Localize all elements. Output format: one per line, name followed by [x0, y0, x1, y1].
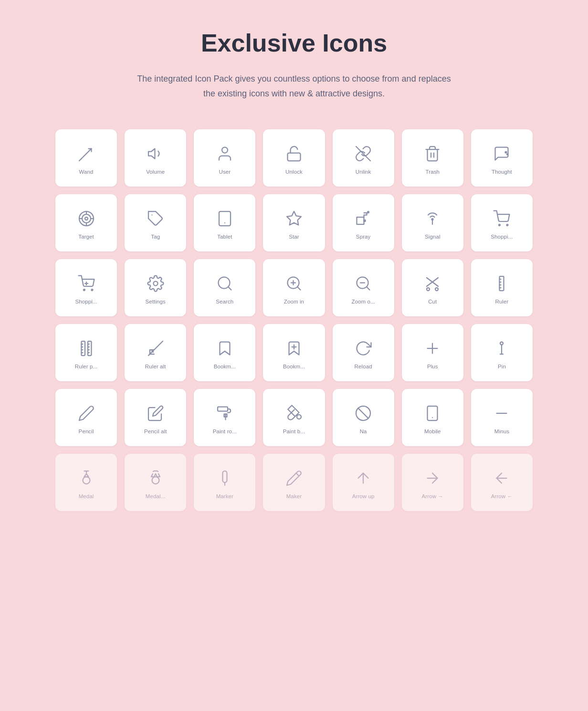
- icon-label-cut: Cut: [428, 299, 437, 304]
- icon-card-medal-1[interactable]: Medal: [55, 454, 117, 511]
- icon-label-na: Na: [360, 429, 367, 434]
- page-subtitle: The integrated Icon Pack gives you count…: [132, 72, 456, 101]
- svg-point-9: [507, 154, 508, 155]
- medal-2-icon: [147, 469, 164, 488]
- svg-rect-18: [219, 211, 231, 226]
- mobile-icon: [424, 404, 441, 423]
- svg-point-11: [82, 214, 91, 223]
- svg-line-35: [297, 287, 301, 290]
- icon-label-medal-1: Medal: [79, 493, 94, 499]
- svg-point-31: [153, 282, 158, 286]
- svg-line-33: [228, 287, 231, 290]
- icon-card-minus[interactable]: Minus: [471, 389, 533, 446]
- svg-point-12: [85, 217, 88, 220]
- icon-card-wand[interactable]: Wand: [55, 129, 117, 187]
- icon-label-mobile: Mobile: [424, 429, 441, 434]
- unlock-icon: [285, 144, 303, 163]
- icon-card-paint-bucket[interactable]: Paint b...: [263, 389, 325, 446]
- icon-card-ruler-pair[interactable]: Ruler p...: [55, 324, 117, 381]
- icon-card-pin[interactable]: Pin: [471, 324, 533, 381]
- zoom-out-icon: [355, 274, 372, 293]
- ruler-icon: [493, 274, 510, 293]
- settings-icon: [147, 274, 164, 293]
- icon-card-reload[interactable]: Reload: [333, 324, 394, 381]
- icon-card-plus[interactable]: Plus: [402, 324, 463, 381]
- icon-card-tablet[interactable]: Tablet: [194, 194, 255, 251]
- icon-card-star[interactable]: Star: [263, 194, 325, 251]
- tablet-icon: [216, 209, 233, 228]
- icon-label-ruler-pair: Ruler p...: [75, 364, 98, 369]
- icon-card-arrow-right[interactable]: Arrow →: [402, 454, 463, 511]
- icon-label-shopping-cart-1: Shoppi...: [491, 234, 513, 240]
- paint-bucket-icon: [285, 404, 303, 423]
- icon-card-zoom-in[interactable]: Zoom in: [263, 259, 325, 316]
- icon-card-thought[interactable]: Thought: [471, 129, 533, 187]
- icon-label-shopping-cart-2: Shoppi...: [75, 299, 97, 304]
- icon-card-ruler[interactable]: Ruler: [471, 259, 533, 316]
- ruler-pair-icon: [78, 339, 95, 358]
- icon-card-pencil[interactable]: Pencil: [55, 389, 117, 446]
- icon-label-signal: Signal: [425, 234, 441, 240]
- icon-card-bookmark-2[interactable]: Bookm...: [263, 324, 325, 381]
- na-icon: [355, 404, 372, 423]
- icon-card-na[interactable]: Na: [333, 389, 394, 446]
- icon-card-maker[interactable]: Maker: [263, 454, 325, 511]
- icon-label-user: User: [219, 169, 231, 175]
- pencil-icon: [78, 404, 95, 423]
- icon-card-paint-roller[interactable]: Paint ro...: [194, 389, 255, 446]
- icon-label-arrow-up: Arrow up: [352, 493, 375, 499]
- star-icon: [285, 209, 303, 228]
- icon-label-marker: Marker: [216, 493, 233, 499]
- icon-card-unlink[interactable]: Unlink: [333, 129, 394, 187]
- icon-label-unlink: Unlink: [356, 169, 371, 175]
- icon-label-pencil-alt: Pencil alt: [144, 429, 167, 434]
- icon-label-paint-bucket: Paint b...: [283, 429, 305, 434]
- icon-label-tablet: Tablet: [217, 234, 232, 240]
- arrow-left-icon: [493, 469, 510, 488]
- icon-card-arrow-up[interactable]: Arrow up: [333, 454, 394, 511]
- icon-card-zoom-out[interactable]: Zoom o...: [333, 259, 394, 316]
- icon-card-target[interactable]: Target: [55, 194, 117, 251]
- icon-card-pencil-alt[interactable]: Pencil alt: [125, 389, 186, 446]
- icon-label-trash: Trash: [426, 169, 440, 175]
- arrow-up-icon: [355, 469, 372, 488]
- svg-point-28: [91, 289, 93, 291]
- icon-card-unlock[interactable]: Unlock: [263, 129, 325, 187]
- icon-card-marker[interactable]: Marker: [194, 454, 255, 511]
- icon-card-settings[interactable]: Settings: [125, 259, 186, 316]
- icon-card-mobile[interactable]: Mobile: [402, 389, 463, 446]
- icon-card-shopping-cart-1[interactable]: Shoppi...: [471, 194, 533, 251]
- svg-rect-82: [222, 471, 227, 482]
- icon-card-medal-2[interactable]: Medal...: [125, 454, 186, 511]
- spray-icon: [355, 209, 372, 228]
- page-title: Exclusive Icons: [19, 29, 569, 57]
- icon-card-trash[interactable]: Trash: [402, 129, 463, 187]
- icon-card-ruler-alt[interactable]: Ruler alt: [125, 324, 186, 381]
- icon-label-target: Target: [78, 234, 94, 240]
- svg-rect-50: [81, 341, 85, 356]
- user-icon: [216, 144, 233, 163]
- icon-label-unlock: Unlock: [285, 169, 303, 175]
- shopping-cart-1-icon: [493, 209, 510, 228]
- icon-label-spray: Spray: [356, 234, 371, 240]
- search-icon: [216, 274, 233, 293]
- icon-card-shopping-cart-2[interactable]: Shoppi...: [55, 259, 117, 316]
- icon-card-spray[interactable]: Spray: [333, 194, 394, 251]
- icon-card-search[interactable]: Search: [194, 259, 255, 316]
- icon-label-minus: Minus: [494, 429, 509, 434]
- svg-line-39: [367, 287, 370, 290]
- svg-line-75: [358, 408, 368, 418]
- svg-point-27: [84, 289, 85, 291]
- pencil-alt-icon: [147, 404, 164, 423]
- svg-point-81: [152, 477, 159, 484]
- icon-card-volume[interactable]: Volume: [125, 129, 186, 187]
- svg-rect-4: [287, 153, 300, 161]
- icon-card-bookmark-1[interactable]: Bookm...: [194, 324, 255, 381]
- icon-card-user[interactable]: User: [194, 129, 255, 187]
- icon-card-tag[interactable]: Tag: [125, 194, 186, 251]
- icon-card-cut[interactable]: Cut: [402, 259, 463, 316]
- target-icon: [78, 209, 95, 228]
- icon-card-arrow-left[interactable]: Arrow ←: [471, 454, 533, 511]
- icon-label-arrow-left: Arrow ←: [491, 493, 513, 499]
- icon-card-signal[interactable]: Signal: [402, 194, 463, 251]
